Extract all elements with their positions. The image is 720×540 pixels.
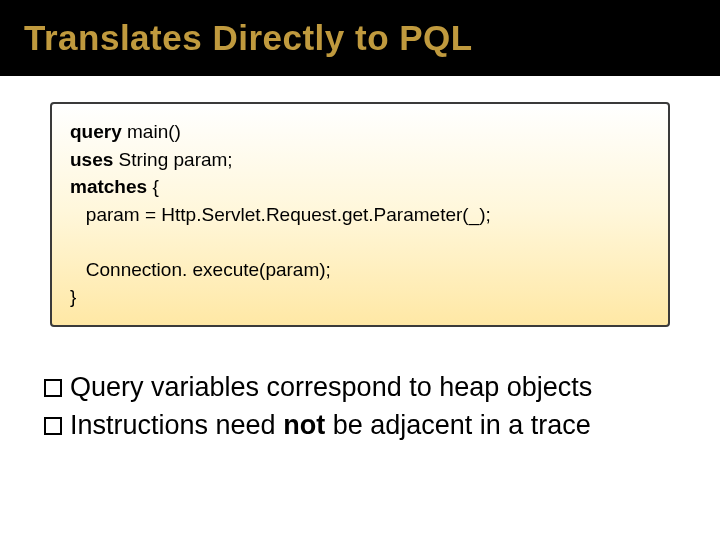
code-text: String param; xyxy=(113,149,232,170)
bullet-square-icon xyxy=(44,417,62,435)
code-line-6: } xyxy=(70,283,650,311)
code-line-4: param = Http.Servlet.Request.get.Paramet… xyxy=(70,201,650,229)
bullet-text: Instructions need not be adjacent in a t… xyxy=(70,407,676,443)
code-line-1: query main() xyxy=(70,118,650,146)
slide: Translates Directly to PQL query main() … xyxy=(0,0,720,540)
list-item: Instructions need not be adjacent in a t… xyxy=(44,407,676,443)
bullet-text-bold: not xyxy=(283,410,325,440)
bullet-text-part: be adjacent in a trace xyxy=(325,410,591,440)
code-text: { xyxy=(147,176,159,197)
code-box: query main() uses String param; matches … xyxy=(50,102,670,327)
code-keyword: query xyxy=(70,121,122,142)
bullet-text-part: Instructions need xyxy=(70,410,283,440)
code-text: main() xyxy=(122,121,181,142)
list-item: Query variables correspond to heap objec… xyxy=(44,369,676,405)
code-line-3: matches { xyxy=(70,173,650,201)
bullet-square-icon xyxy=(44,379,62,397)
code-keyword: matches xyxy=(70,176,147,197)
bullet-text: Query variables correspond to heap objec… xyxy=(70,369,676,405)
slide-title: Translates Directly to PQL xyxy=(0,0,720,76)
code-keyword: uses xyxy=(70,149,113,170)
code-blank xyxy=(70,228,650,256)
code-line-2: uses String param; xyxy=(70,146,650,174)
bullet-list: Query variables correspond to heap objec… xyxy=(44,369,676,444)
code-line-5: Connection. execute(param); xyxy=(70,256,650,284)
